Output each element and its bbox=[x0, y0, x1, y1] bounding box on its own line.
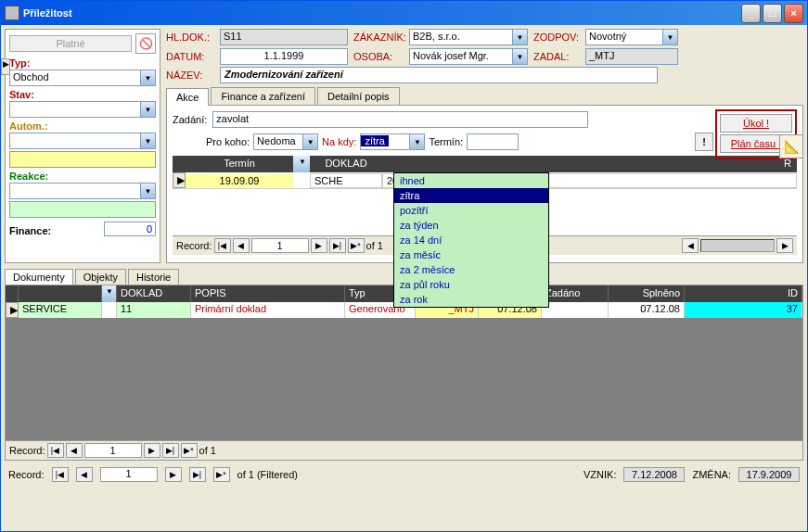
nav-first-icon[interactable]: |◀ bbox=[47, 443, 64, 458]
nakdy-label: Na kdy: bbox=[322, 136, 356, 147]
reakce-label: Reakce: bbox=[9, 171, 156, 182]
cell-doklad[interactable]: 11 bbox=[117, 302, 191, 318]
filter-off-icon[interactable]: 🚫 bbox=[135, 33, 156, 54]
prokoho-label: Pro koho: bbox=[206, 136, 250, 147]
nav-new-icon[interactable]: ▶* bbox=[213, 467, 230, 482]
record-label: Record: bbox=[176, 240, 212, 251]
zmena-value: 17.9.2009 bbox=[738, 467, 800, 482]
reakce-extra-field[interactable] bbox=[9, 201, 156, 218]
dropdown-item[interactable]: za půl roku bbox=[394, 277, 548, 292]
dropdown-item[interactable]: za 2 měsíce bbox=[394, 262, 548, 277]
record-label: Record: bbox=[9, 445, 45, 456]
chevron-down-icon: ▼ bbox=[302, 134, 317, 149]
autom-label: Autom.: bbox=[9, 120, 156, 132]
ukol-button[interactable]: Úkol ! bbox=[720, 114, 792, 133]
prokoho-combo[interactable]: Nedoma▼ bbox=[253, 133, 318, 150]
scroll-left-icon[interactable]: ◀ bbox=[682, 238, 699, 253]
nav-next-icon[interactable]: ▶ bbox=[165, 467, 182, 482]
nav-last-icon[interactable]: ▶| bbox=[189, 467, 206, 482]
nav-first-icon[interactable]: |◀ bbox=[214, 238, 231, 253]
zakaznik-label: ZÁKAZNÍK: bbox=[353, 32, 404, 43]
dropdown-item[interactable]: ihned bbox=[394, 173, 548, 188]
autom-combo[interactable]: ▼ bbox=[9, 133, 156, 149]
record-of: of 1 bbox=[366, 240, 383, 251]
dropdown-item[interactable]: za rok bbox=[394, 292, 548, 307]
finance-label: Finance: bbox=[9, 225, 51, 236]
nav-last-icon[interactable]: ▶| bbox=[329, 238, 346, 253]
dropdown-item[interactable]: za týden bbox=[394, 218, 548, 233]
osoba-combo[interactable]: Novák josef Mgr.▼ bbox=[409, 48, 528, 65]
window-title: Příležitost bbox=[23, 7, 739, 19]
tab-akce[interactable]: Akce bbox=[166, 88, 209, 106]
tab-finance[interactable]: Finance a zařízení bbox=[211, 87, 315, 105]
zmena-label: ZMĚNA: bbox=[692, 469, 731, 480]
termin-field[interactable] bbox=[467, 133, 519, 150]
row-selector-icon[interactable]: ▶ bbox=[173, 172, 186, 188]
cell-termin[interactable]: 19.09.09 bbox=[186, 174, 293, 187]
zodpov-combo[interactable]: Novotný▼ bbox=[585, 29, 678, 45]
nakdy-dropdown[interactable]: ihned zítra pozítří za týden za 14 dní z… bbox=[393, 172, 549, 308]
col-splneno[interactable]: Splněno bbox=[609, 285, 685, 302]
col-zadano[interactable]: Zadáno bbox=[542, 285, 609, 302]
cell-id[interactable]: 37 bbox=[685, 302, 802, 318]
reakce-combo[interactable]: ▼ bbox=[9, 183, 156, 199]
dropdown-item[interactable]: zítra bbox=[394, 188, 548, 203]
col-doklad[interactable]: DOKLAD bbox=[310, 156, 382, 172]
chevron-down-icon[interactable]: ▼ bbox=[102, 285, 117, 302]
nav-prev-icon[interactable]: ◀ bbox=[233, 238, 250, 253]
maximize-button[interactable]: □ bbox=[763, 4, 782, 23]
dropdown-item[interactable]: za 14 dní bbox=[394, 233, 548, 247]
nav-prev-icon[interactable]: ◀ bbox=[76, 467, 93, 482]
record-number[interactable]: 1 bbox=[100, 467, 158, 482]
datum-field[interactable]: 1.1.1999 bbox=[220, 48, 348, 65]
tab-historie[interactable]: Historie bbox=[128, 269, 179, 285]
minimize-button[interactable]: _ bbox=[741, 4, 761, 23]
record-number[interactable]: 1 bbox=[251, 238, 309, 253]
chevron-down-icon[interactable]: ▼ bbox=[293, 156, 310, 172]
dropdown-item[interactable]: pozítří bbox=[394, 203, 548, 218]
finance-value[interactable]: 0 bbox=[104, 222, 156, 236]
nazev-field[interactable]: Zmodernizování zařízení bbox=[220, 67, 658, 83]
nav-next-icon[interactable]: ▶ bbox=[144, 443, 160, 458]
nav-new-icon[interactable]: ▶* bbox=[348, 238, 365, 253]
datum-label: DATUM: bbox=[166, 51, 214, 62]
nav-new-icon[interactable]: ▶* bbox=[181, 443, 198, 458]
nav-prev-icon[interactable]: ◀ bbox=[66, 443, 83, 458]
cell-zadano[interactable] bbox=[542, 302, 609, 318]
nav-next-icon[interactable]: ▶ bbox=[311, 238, 327, 253]
platne-button[interactable]: Platné bbox=[9, 35, 132, 52]
col-termin[interactable]: Termín bbox=[186, 156, 293, 172]
zakaznik-combo[interactable]: B2B, s.r.o.▼ bbox=[409, 29, 528, 45]
stav-combo[interactable]: ▼ bbox=[9, 101, 156, 118]
nav-last-icon[interactable]: ▶| bbox=[162, 443, 179, 458]
zadani-label: Zadání: bbox=[173, 114, 207, 125]
col-popis[interactable]: POPIS bbox=[191, 285, 345, 302]
chevron-down-icon: ▼ bbox=[512, 49, 527, 64]
chevron-down-icon: ▼ bbox=[409, 134, 424, 149]
row-selector-icon[interactable]: ▶ bbox=[6, 302, 19, 318]
cell-splneno[interactable]: 07.12.08 bbox=[609, 302, 685, 318]
titlebar[interactable]: Příležitost _ □ × bbox=[1, 1, 807, 25]
scroll-right-icon[interactable]: ▶ bbox=[776, 238, 793, 253]
col-id[interactable]: ID bbox=[685, 285, 802, 302]
tab-detail[interactable]: Detailní popis bbox=[317, 87, 400, 105]
tab-objekty[interactable]: Objekty bbox=[75, 269, 126, 285]
zadani-field[interactable]: zavolat bbox=[212, 111, 588, 128]
scrollbar[interactable] bbox=[700, 239, 775, 252]
cell-service[interactable]: SERVICE bbox=[19, 302, 102, 318]
chevron-down-icon: ▼ bbox=[140, 133, 155, 148]
col-doklad[interactable]: DOKLAD bbox=[117, 285, 191, 302]
close-button[interactable]: × bbox=[784, 4, 803, 23]
typ-combo[interactable]: Obchod▼ bbox=[9, 70, 156, 86]
tab-dokumenty[interactable]: Dokumenty bbox=[5, 269, 73, 285]
record-number[interactable]: 1 bbox=[84, 443, 142, 458]
nakdy-combo[interactable]: zítra▼ bbox=[360, 133, 425, 150]
cell-popis[interactable]: Primární doklad bbox=[191, 302, 345, 318]
autom-extra-field[interactable] bbox=[9, 151, 156, 168]
ruler-icon[interactable]: 📐 bbox=[779, 134, 803, 158]
bang-button[interactable]: ! bbox=[695, 133, 713, 151]
nav-first-icon[interactable]: |◀ bbox=[52, 467, 69, 482]
osoba-label: OSOBA: bbox=[353, 51, 404, 62]
dropdown-item[interactable]: za měsíc bbox=[394, 247, 548, 262]
cell-typ[interactable]: SCHE bbox=[310, 173, 382, 188]
